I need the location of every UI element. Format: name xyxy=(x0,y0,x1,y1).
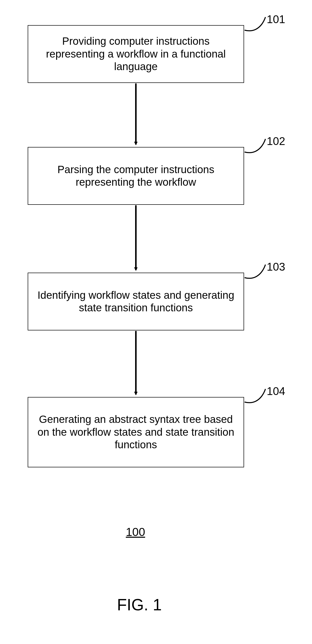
flow-step-1: Providing computer instructions represen… xyxy=(28,25,244,83)
callout-curve-1 xyxy=(245,17,265,31)
flow-step-2-ref: 102 xyxy=(267,136,285,147)
flow-step-1-ref: 101 xyxy=(267,14,285,25)
diagram-canvas: Providing computer instructions represen… xyxy=(0,0,312,644)
flow-step-1-text: Providing computer instructions represen… xyxy=(33,35,239,73)
flow-step-2: Parsing the computer instructions repres… xyxy=(28,147,244,205)
flow-step-4-ref: 104 xyxy=(267,386,285,397)
callout-curve-3 xyxy=(245,265,265,278)
flow-step-3-ref: 103 xyxy=(267,261,285,272)
callout-curve-4 xyxy=(245,389,265,403)
flow-step-4: Generating an abstract syntax tree based… xyxy=(28,397,244,467)
flow-step-3-text: Identifying workflow states and generati… xyxy=(33,289,239,314)
flow-step-3: Identifying workflow states and generati… xyxy=(28,273,244,330)
flow-step-4-text: Generating an abstract syntax tree based… xyxy=(33,413,239,451)
figure-number: 100 xyxy=(126,525,145,539)
flow-step-2-text: Parsing the computer instructions repres… xyxy=(33,163,239,189)
callout-curve-2 xyxy=(245,139,265,153)
figure-caption: FIG. 1 xyxy=(117,596,162,614)
